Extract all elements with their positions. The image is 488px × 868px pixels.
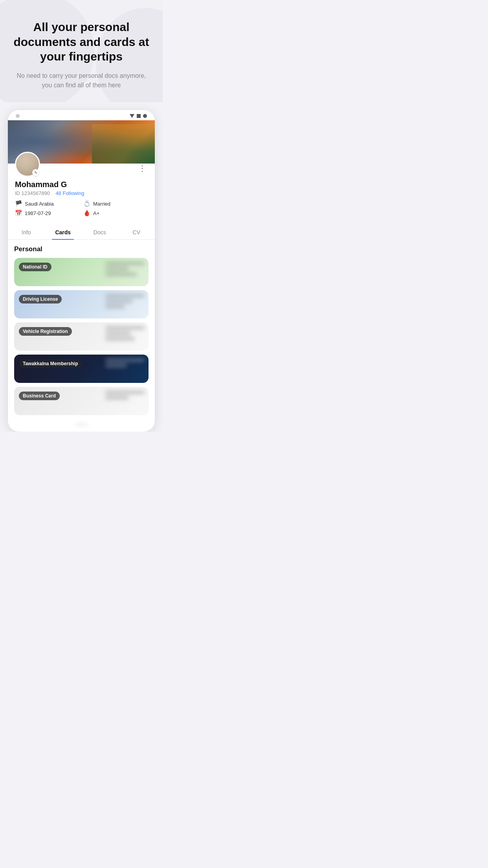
calendar-icon: 📅 bbox=[15, 210, 22, 217]
detail-country: 🏴 Saudi Arabia bbox=[15, 200, 79, 207]
tab-docs[interactable]: Docs bbox=[81, 225, 118, 239]
profile-id: ID 1234567890 bbox=[15, 190, 50, 196]
flag-icon: 🏴 bbox=[15, 200, 22, 207]
blood-icon: 🩸 bbox=[83, 210, 91, 217]
card-label-national-id: National ID bbox=[19, 263, 51, 271]
cards-content: Personal National ID Driving License bbox=[8, 240, 155, 432]
card-stack: National ID Driving License bbox=[14, 258, 149, 419]
profile-header: ✎ Mohammad G ID 1234567890 48 Following … bbox=[15, 164, 148, 196]
profile-name: Mohammad G bbox=[15, 180, 84, 189]
avatar-wrapper: ✎ bbox=[15, 152, 40, 177]
card-label-driving-license: Driving License bbox=[19, 295, 62, 303]
ring-icon: 💍 bbox=[83, 200, 91, 207]
country-value: Saudi Arabia bbox=[25, 201, 54, 207]
hero-title: All your personal documents and cards at… bbox=[12, 20, 151, 64]
dob-value: 1987-07-29 bbox=[25, 210, 51, 216]
card-label-business-card: Business Card bbox=[19, 392, 60, 400]
profile-details: 🏴 Saudi Arabia 💍 Married 📅 1987-07-29 🩸 … bbox=[15, 200, 148, 217]
topbar-camera bbox=[16, 114, 20, 118]
card-blur-vehicle-reg bbox=[105, 326, 145, 347]
profile-following[interactable]: 48 Following bbox=[55, 190, 84, 196]
card-blur-tawakkalna bbox=[105, 359, 145, 379]
card-blur-national-id bbox=[105, 262, 145, 282]
signal-icon bbox=[130, 114, 134, 118]
phone-mockup: ✎ Mohammad G ID 1234567890 48 Following … bbox=[8, 110, 155, 432]
topbar-status-icons bbox=[130, 114, 147, 118]
phone-wrapper: ✎ Mohammad G ID 1234567890 48 Following … bbox=[0, 102, 163, 432]
card-national-id[interactable]: National ID bbox=[14, 258, 149, 286]
profile-section: ✎ Mohammad G ID 1234567890 48 Following … bbox=[8, 164, 155, 222]
tab-info[interactable]: Info bbox=[8, 225, 45, 239]
tab-cv[interactable]: CV bbox=[118, 225, 155, 239]
card-driving-license[interactable]: Driving License bbox=[14, 290, 149, 318]
card-vehicle-registration[interactable]: Vehicle Registration bbox=[14, 322, 149, 351]
card-label-tawakkalna: Tawakkalna Membership bbox=[19, 359, 82, 368]
nfc-icon bbox=[137, 114, 141, 118]
bottom-blur-text: •••••• bbox=[14, 419, 149, 432]
card-label-vehicle-reg: Vehicle Registration bbox=[19, 327, 72, 336]
palm-area bbox=[92, 124, 155, 164]
detail-dob: 📅 1987-07-29 bbox=[15, 210, 79, 217]
battery-icon bbox=[143, 114, 147, 118]
card-business-card[interactable]: Business Card bbox=[14, 387, 149, 415]
profile-meta: ID 1234567890 48 Following bbox=[15, 190, 84, 196]
edit-icon: ✎ bbox=[34, 171, 37, 175]
detail-blood: 🩸 A+ bbox=[83, 210, 148, 217]
status-value: Married bbox=[93, 201, 110, 207]
phone-topbar bbox=[8, 110, 155, 120]
hero-section: All your personal documents and cards at… bbox=[0, 0, 163, 102]
card-tawakkalna[interactable]: Tawakkalna Membership bbox=[14, 355, 149, 383]
tabs-bar: Info Cards Docs CV bbox=[8, 225, 155, 240]
tab-cards[interactable]: Cards bbox=[45, 225, 82, 239]
card-blur-driving-license bbox=[105, 294, 145, 314]
card-blur-business-card bbox=[105, 391, 145, 411]
edit-avatar-badge[interactable]: ✎ bbox=[32, 169, 39, 176]
hero-subtitle: No need to carry your personal docs anym… bbox=[12, 71, 151, 91]
blood-value: A+ bbox=[93, 210, 99, 216]
avatar-and-name: ✎ Mohammad G ID 1234567890 48 Following bbox=[15, 164, 84, 196]
more-options-button[interactable]: ⋮ bbox=[137, 164, 148, 173]
section-title-personal: Personal bbox=[14, 245, 149, 253]
detail-status: 💍 Married bbox=[83, 200, 148, 207]
